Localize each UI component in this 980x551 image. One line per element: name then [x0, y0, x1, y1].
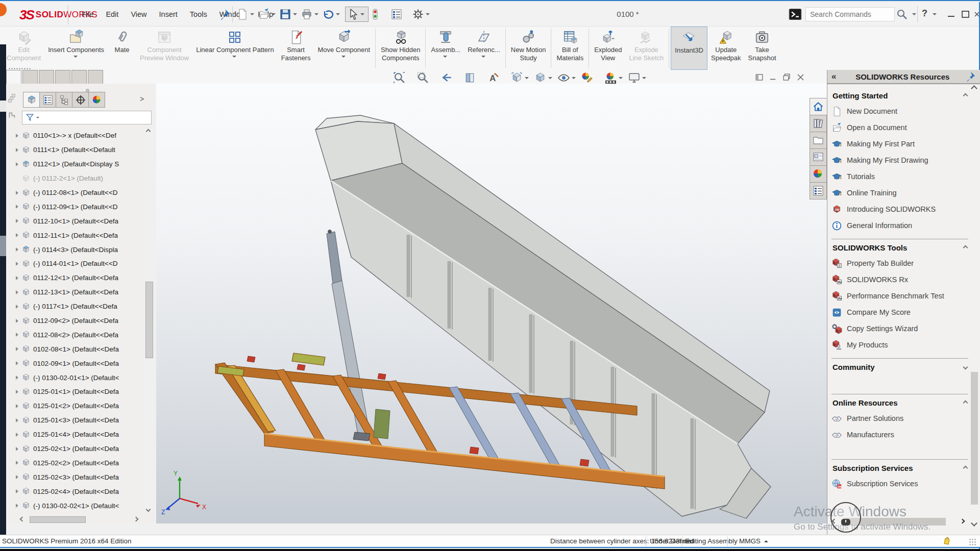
scroll-up-icon[interactable]: [971, 85, 977, 92]
tree-filter-input[interactable]: [39, 114, 151, 121]
headsup-button[interactable]: [393, 71, 414, 84]
tree-expander-icon[interactable]: [13, 162, 20, 166]
task-pane-link[interactable]: Making My First Drawing: [831, 152, 968, 168]
menu-item[interactable]: Insert: [154, 8, 183, 20]
dropdown-caret-icon[interactable]: [525, 77, 529, 79]
feature-panel-tab[interactable]: [56, 92, 72, 108]
task-pane-link[interactable]: Copy Settings Wizard: [831, 320, 968, 337]
tree-expander-icon[interactable]: [13, 375, 20, 380]
feature-tree-item[interactable]: 0102-09<1> (Default<<Defa: [13, 356, 144, 370]
task-pane-link[interactable]: General Information: [831, 217, 968, 234]
dropdown-caret-icon[interactable]: [481, 56, 485, 58]
help-dropdown-caret-icon[interactable]: [933, 13, 937, 15]
graphics-viewport[interactable]: Y X Z: [156, 84, 827, 523]
task-pane-link[interactable]: RxPerformance Benchmark Test: [831, 288, 968, 304]
tree-filter-box[interactable]: [22, 111, 152, 124]
dropdown-caret-icon[interactable]: [232, 56, 236, 58]
dropdown-caret-icon[interactable]: [443, 56, 447, 58]
commandmanager-tab[interactable]: [39, 70, 54, 84]
scroll-right-icon[interactable]: [134, 517, 139, 522]
headsup-button[interactable]: [581, 71, 602, 84]
feature-tree-item[interactable]: 0112-12<1> (Default<<Defa: [13, 271, 144, 285]
ribbon-button[interactable]: Bill of Materials: [553, 27, 587, 70]
quick-toolbar-button[interactable]: [411, 7, 433, 21]
collapse-section-icon[interactable]: [963, 400, 968, 406]
viewport-window-button[interactable]: [796, 72, 805, 82]
filter-funnel-icon[interactable]: [25, 113, 35, 122]
quick-toolbar-button[interactable]: [300, 7, 322, 21]
ribbon-button[interactable]: Assemb...: [427, 27, 464, 70]
dropdown-caret-icon[interactable]: [426, 13, 430, 15]
tree-expander-icon[interactable]: [13, 447, 20, 451]
feature-tree-item[interactable]: 0102-08<1> (Default<<Defa: [13, 342, 144, 356]
scroll-up-icon[interactable]: [146, 129, 151, 134]
section-getting-started[interactable]: Getting Started: [832, 91, 967, 100]
tree-expander-icon[interactable]: [13, 247, 20, 252]
ribbon-button[interactable]: Exploded View: [591, 27, 625, 70]
units-selector[interactable]: MMGS: [739, 537, 761, 545]
panel-expand-arrow[interactable]: >: [140, 95, 144, 103]
feature-tree-item[interactable]: 0112-11<1> (Default<<Defa: [13, 228, 144, 242]
headsup-button[interactable]: [557, 71, 578, 84]
task-pane-link[interactable]: New Document: [831, 103, 968, 119]
help-button[interactable]: ?: [922, 8, 927, 19]
task-pane-link[interactable]: RxSOLIDWORKS Rx: [831, 271, 968, 288]
tree-expander-icon[interactable]: [13, 191, 20, 195]
feature-tree-item[interactable]: 0112<1> (Default<Display S: [13, 157, 144, 171]
ribbon-button[interactable]: Take Snapshot: [745, 27, 780, 70]
maximize-button[interactable]: [960, 8, 972, 20]
ribbon-button[interactable]: Instant3D: [671, 27, 707, 70]
ribbon-button[interactable]: Insert Components: [44, 27, 108, 70]
menu-item[interactable]: Edit: [101, 8, 124, 20]
task-pane-tab[interactable]: [810, 165, 827, 183]
commandmanager-tab[interactable]: [88, 70, 103, 84]
tree-expander-icon[interactable]: [13, 305, 20, 309]
scrollbar-thumb[interactable]: [30, 516, 86, 523]
quick-toolbar-button[interactable]: [345, 7, 369, 22]
search-commands-box[interactable]: [805, 7, 895, 21]
tree-expander-icon[interactable]: [13, 148, 20, 152]
ribbon-button[interactable]: Edit Component: [3, 27, 44, 70]
dropdown-caret-icon[interactable]: [360, 13, 364, 15]
dropdown-caret-icon[interactable]: [336, 13, 340, 15]
scrollbar-thumb[interactable]: [971, 372, 978, 505]
tree-expander-icon[interactable]: [13, 276, 20, 280]
dropdown-caret-icon[interactable]: [250, 13, 254, 15]
section-subscription-services[interactable]: Subscription Services: [832, 464, 967, 472]
task-pane-vertical-scrollbar[interactable]: [970, 86, 979, 525]
ribbon-button[interactable]: Show Hidden Components: [377, 27, 424, 70]
stacked-parts-icon[interactable]: [8, 93, 18, 103]
ribbon-button[interactable]: Component Preview Window: [136, 27, 192, 70]
feature-panel-tab[interactable]: [88, 92, 105, 108]
pin-menu-icon[interactable]: [218, 8, 231, 20]
feature-panel-tab[interactable]: [72, 92, 89, 108]
feature-tree-item[interactable]: 0125-01<3> (Default<<Defa: [13, 413, 144, 428]
tree-vertical-scrollbar[interactable]: [145, 129, 154, 512]
units-caret-icon[interactable]: [764, 540, 768, 542]
menu-item[interactable]: Tools: [185, 8, 212, 20]
tree-expander-icon[interactable]: [13, 205, 20, 209]
tree-expander-icon[interactable]: [13, 319, 20, 323]
task-pane-link[interactable]: Tutorials: [831, 168, 968, 185]
headsup-button[interactable]: [628, 71, 649, 84]
tree-expander-icon[interactable]: [13, 390, 20, 394]
section-online-resources[interactable]: Online Resources: [832, 398, 967, 407]
tree-expander-icon[interactable]: [13, 404, 20, 408]
tree-expander-icon[interactable]: [13, 262, 20, 266]
feature-tree-item[interactable]: 0112-13<1> (Default<<Defa: [13, 285, 144, 299]
search-commands-input[interactable]: [806, 10, 894, 18]
tree-expander-icon[interactable]: [13, 504, 20, 508]
task-pane-link[interactable]: SWIntroducing SOLIDWORKS: [831, 201, 968, 217]
dropdown-caret-icon[interactable]: [572, 77, 576, 79]
task-pane-link[interactable]: Compare My Score: [831, 304, 968, 320]
viewport-window-button[interactable]: [782, 72, 792, 82]
feature-tree-item[interactable]: 0125-02<3> (Default<<Defa: [13, 470, 144, 484]
feature-tree-item[interactable]: (-) 0112-09<1> (Default<<D: [13, 199, 144, 214]
minimize-button[interactable]: [945, 8, 958, 20]
feature-tree-item[interactable]: (-) 0117<1> (Default<<Defa: [13, 299, 144, 314]
menu-item[interactable]: File: [77, 8, 99, 20]
tree-expander-icon[interactable]: [13, 233, 20, 237]
quick-toolbar-button[interactable]: [257, 7, 279, 21]
dropdown-caret-icon[interactable]: [341, 56, 346, 58]
tree-expander-icon[interactable]: [13, 361, 20, 365]
